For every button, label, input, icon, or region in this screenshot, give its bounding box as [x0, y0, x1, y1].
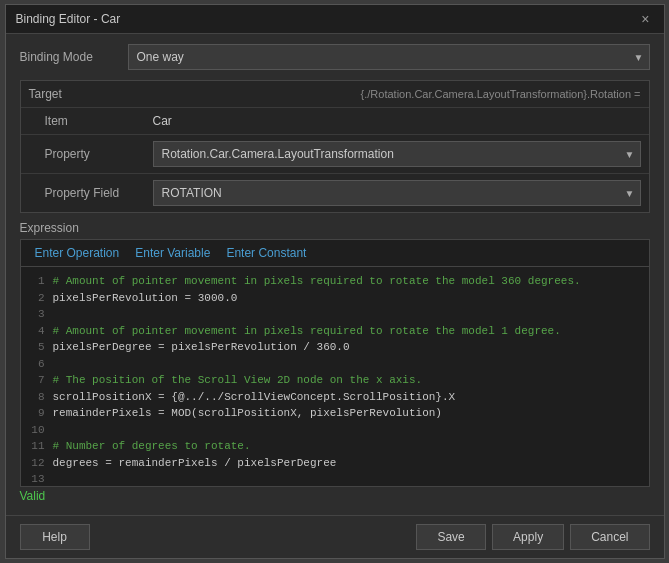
title-bar: Binding Editor - Car × [6, 5, 664, 34]
code-line: 13 [29, 471, 641, 486]
separator1 [21, 107, 649, 108]
target-row: Target {./Rotation.Car.Camera.LayoutTran… [29, 87, 641, 101]
line-number: 11 [29, 438, 45, 455]
expression-box: Enter Operation Enter Variable Enter Con… [20, 239, 650, 487]
valid-status: Valid [20, 487, 650, 505]
enter-constant-button[interactable]: Enter Constant [218, 244, 314, 262]
line-number: 6 [29, 356, 45, 373]
binding-mode-label: Binding Mode [20, 50, 120, 64]
line-content: remainderPixels = MOD(scrollPositionX, p… [53, 405, 442, 422]
line-content: pixelsPerRevolution = 3000.0 [53, 290, 238, 307]
code-line: 12degrees = remainderPixels / pixelsPerD… [29, 455, 641, 472]
binding-mode-select[interactable]: One way [128, 44, 650, 70]
property-select-wrapper: Rotation.Car.Camera.LayoutTransformation… [153, 141, 641, 167]
cancel-button[interactable]: Cancel [570, 524, 649, 550]
line-number: 9 [29, 405, 45, 422]
item-label: Item [45, 114, 145, 128]
line-number: 1 [29, 273, 45, 290]
line-number: 8 [29, 389, 45, 406]
footer: Help Save Apply Cancel [6, 515, 664, 558]
line-number: 3 [29, 306, 45, 323]
code-line: 5pixelsPerDegree = pixelsPerRevolution /… [29, 339, 641, 356]
code-line: 7# The position of the Scroll View 2D no… [29, 372, 641, 389]
expression-label: Expression [20, 221, 650, 235]
line-number: 12 [29, 455, 45, 472]
close-button[interactable]: × [637, 11, 653, 27]
code-line: 10 [29, 422, 641, 439]
code-line: 2pixelsPerRevolution = 3000.0 [29, 290, 641, 307]
code-line: 3 [29, 306, 641, 323]
binding-mode-row: Binding Mode One way ▼ [20, 44, 650, 70]
line-number: 4 [29, 323, 45, 340]
property-field-select[interactable]: ROTATION [153, 180, 641, 206]
item-row: Item Car [29, 114, 641, 128]
target-value: {./Rotation.Car.Camera.LayoutTransformat… [137, 88, 641, 100]
enter-variable-button[interactable]: Enter Variable [127, 244, 218, 262]
line-content: degrees = remainderPixels / pixelsPerDeg… [53, 455, 337, 472]
binding-mode-select-wrapper: One way ▼ [128, 44, 650, 70]
binding-editor-dialog: Binding Editor - Car × Binding Mode One … [5, 4, 665, 559]
line-number: 13 [29, 471, 45, 486]
save-button[interactable]: Save [416, 524, 486, 550]
line-number: 7 [29, 372, 45, 389]
dialog-title: Binding Editor - Car [16, 12, 121, 26]
expression-toolbar: Enter Operation Enter Variable Enter Con… [21, 240, 649, 267]
line-content: pixelsPerDegree = pixelsPerRevolution / … [53, 339, 350, 356]
help-button[interactable]: Help [20, 524, 90, 550]
dialog-content: Binding Mode One way ▼ Target {./Rotatio… [6, 34, 664, 515]
enter-operation-button[interactable]: Enter Operation [27, 244, 128, 262]
line-number: 5 [29, 339, 45, 356]
code-area[interactable]: 1# Amount of pointer movement in pixels … [21, 267, 649, 486]
property-field-row: Property Field ROTATION ▼ [29, 180, 641, 206]
code-line: 6 [29, 356, 641, 373]
line-content: # Number of degrees to rotate. [53, 438, 251, 455]
property-label: Property [45, 147, 145, 161]
target-label: Target [29, 87, 129, 101]
separator3 [21, 173, 649, 174]
property-select[interactable]: Rotation.Car.Camera.LayoutTransformation [153, 141, 641, 167]
line-content: # The position of the Scroll View 2D nod… [53, 372, 423, 389]
apply-button[interactable]: Apply [492, 524, 564, 550]
line-number: 10 [29, 422, 45, 439]
code-line: 11# Number of degrees to rotate. [29, 438, 641, 455]
line-content: # Amount of pointer movement in pixels r… [53, 323, 561, 340]
property-row: Property Rotation.Car.Camera.LayoutTrans… [29, 141, 641, 167]
line-content: # Amount of pointer movement in pixels r… [53, 273, 581, 290]
item-value: Car [153, 114, 172, 128]
property-field-select-wrapper: ROTATION ▼ [153, 180, 641, 206]
expression-section: Expression Enter Operation Enter Variabl… [20, 221, 650, 505]
code-line: 1# Amount of pointer movement in pixels … [29, 273, 641, 290]
property-field-label: Property Field [45, 186, 145, 200]
code-line: 9remainderPixels = MOD(scrollPositionX, … [29, 405, 641, 422]
target-section: Target {./Rotation.Car.Camera.LayoutTran… [20, 80, 650, 213]
code-line: 8scrollPositionX = {@../../ScrollViewCon… [29, 389, 641, 406]
footer-right: Save Apply Cancel [416, 524, 649, 550]
line-content: scrollPositionX = {@../../ScrollViewConc… [53, 389, 456, 406]
separator2 [21, 134, 649, 135]
line-number: 2 [29, 290, 45, 307]
code-line: 4# Amount of pointer movement in pixels … [29, 323, 641, 340]
